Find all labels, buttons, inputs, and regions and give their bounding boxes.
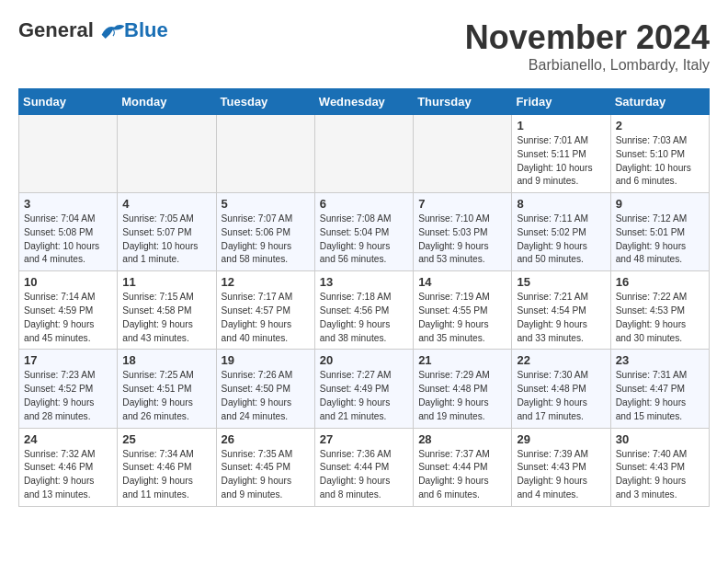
day-detail: Sunrise: 7:25 AM Sunset: 4:51 PM Dayligh… [122,369,210,423]
day-number: 19 [222,353,310,367]
day-number: 23 [616,353,704,367]
weekday-header: Wednesday [314,89,413,115]
day-detail: Sunrise: 7:39 AM Sunset: 4:43 PM Dayligh… [517,448,605,502]
calendar-table: SundayMondayTuesdayWednesdayThursdayFrid… [18,88,710,507]
day-detail: Sunrise: 7:29 AM Sunset: 4:48 PM Dayligh… [418,369,506,423]
calendar-cell: 16Sunrise: 7:22 AM Sunset: 4:53 PM Dayli… [610,271,709,350]
day-number: 26 [222,432,310,446]
calendar-cell: 25Sunrise: 7:34 AM Sunset: 4:46 PM Dayli… [118,428,216,506]
calendar-cell: 29Sunrise: 7:39 AM Sunset: 4:43 PM Dayli… [512,428,610,506]
calendar-cell: 10Sunrise: 7:14 AM Sunset: 4:59 PM Dayli… [19,271,118,350]
day-detail: Sunrise: 7:32 AM Sunset: 4:46 PM Dayligh… [24,448,112,502]
day-detail: Sunrise: 7:34 AM Sunset: 4:46 PM Dayligh… [122,448,210,502]
day-number: 13 [320,275,408,289]
calendar-cell: 4Sunrise: 7:05 AM Sunset: 5:07 PM Daylig… [118,193,216,271]
day-detail: Sunrise: 7:21 AM Sunset: 4:54 PM Dayligh… [517,291,605,345]
day-detail: Sunrise: 7:04 AM Sunset: 5:08 PM Dayligh… [24,213,112,267]
day-number: 1 [517,119,605,132]
calendar-cell: 1Sunrise: 7:01 AM Sunset: 5:11 PM Daylig… [512,115,610,193]
calendar-cell: 27Sunrise: 7:36 AM Sunset: 4:44 PM Dayli… [314,428,413,506]
day-number: 4 [122,197,210,211]
day-detail: Sunrise: 7:35 AM Sunset: 4:45 PM Dayligh… [222,448,310,502]
calendar-cell: 18Sunrise: 7:25 AM Sunset: 4:51 PM Dayli… [118,350,216,428]
calendar-cell [314,115,413,193]
day-number: 21 [418,353,506,367]
day-detail: Sunrise: 7:27 AM Sunset: 4:49 PM Dayligh… [320,369,408,423]
day-number: 28 [418,432,506,446]
day-number: 8 [517,197,605,211]
day-detail: Sunrise: 7:22 AM Sunset: 4:53 PM Dayligh… [616,291,704,345]
weekday-header-row: SundayMondayTuesdayWednesdayThursdayFrid… [19,89,710,115]
calendar-cell [414,115,512,193]
day-number: 24 [24,432,112,446]
day-number: 3 [24,197,112,211]
day-detail: Sunrise: 7:03 AM Sunset: 5:10 PM Dayligh… [616,134,704,189]
calendar-cell: 3Sunrise: 7:04 AM Sunset: 5:08 PM Daylig… [19,193,118,271]
day-detail: Sunrise: 7:14 AM Sunset: 4:59 PM Dayligh… [24,291,112,345]
calendar-cell: 5Sunrise: 7:07 AM Sunset: 5:06 PM Daylig… [216,193,314,271]
calendar-cell: 7Sunrise: 7:10 AM Sunset: 5:03 PM Daylig… [414,193,512,271]
day-detail: Sunrise: 7:12 AM Sunset: 5:01 PM Dayligh… [616,213,704,267]
day-number: 9 [616,197,704,211]
calendar-cell [118,115,216,193]
day-number: 11 [122,275,210,289]
day-detail: Sunrise: 7:05 AM Sunset: 5:07 PM Dayligh… [122,213,210,267]
day-detail: Sunrise: 7:17 AM Sunset: 4:57 PM Dayligh… [222,291,310,345]
day-number: 14 [418,275,506,289]
day-number: 25 [122,432,210,446]
day-number: 5 [222,197,310,211]
day-number: 20 [320,353,408,367]
day-number: 6 [320,197,408,211]
calendar-cell: 26Sunrise: 7:35 AM Sunset: 4:45 PM Dayli… [216,428,314,506]
weekday-header: Tuesday [216,89,314,115]
calendar-cell: 28Sunrise: 7:37 AM Sunset: 4:44 PM Dayli… [414,428,512,506]
weekday-header: Sunday [19,89,118,115]
day-number: 7 [418,197,506,211]
day-detail: Sunrise: 7:40 AM Sunset: 4:43 PM Dayligh… [616,448,704,502]
calendar-cell: 23Sunrise: 7:31 AM Sunset: 4:47 PM Dayli… [610,350,709,428]
calendar-cell: 11Sunrise: 7:15 AM Sunset: 4:58 PM Dayli… [118,271,216,350]
day-detail: Sunrise: 7:11 AM Sunset: 5:02 PM Dayligh… [517,213,605,267]
weekday-header: Thursday [414,89,512,115]
month-title: November 2024 [465,18,710,57]
day-number: 18 [122,353,210,367]
title-area: November 2024 Barbianello, Lombardy, Ita… [465,18,710,74]
logo: General Blue [18,18,168,42]
calendar-cell [216,115,314,193]
calendar-cell: 22Sunrise: 7:30 AM Sunset: 4:48 PM Dayli… [512,350,610,428]
day-detail: Sunrise: 7:18 AM Sunset: 4:56 PM Dayligh… [320,291,408,345]
header: General Blue November 2024 Barbianello, … [18,18,710,74]
day-detail: Sunrise: 7:31 AM Sunset: 4:47 PM Dayligh… [616,369,704,423]
calendar-cell: 21Sunrise: 7:29 AM Sunset: 4:48 PM Dayli… [414,350,512,428]
logo-blue: Blue [124,18,168,42]
day-number: 2 [616,119,704,132]
calendar-cell: 14Sunrise: 7:19 AM Sunset: 4:55 PM Dayli… [414,271,512,350]
day-number: 22 [517,353,605,367]
calendar-cell: 24Sunrise: 7:32 AM Sunset: 4:46 PM Dayli… [19,428,118,506]
calendar-cell: 8Sunrise: 7:11 AM Sunset: 5:02 PM Daylig… [512,193,610,271]
calendar-cell [19,115,118,193]
logo-general: General [18,18,94,41]
calendar-cell: 12Sunrise: 7:17 AM Sunset: 4:57 PM Dayli… [216,271,314,350]
calendar-cell: 9Sunrise: 7:12 AM Sunset: 5:01 PM Daylig… [610,193,709,271]
calendar-cell: 6Sunrise: 7:08 AM Sunset: 5:04 PM Daylig… [314,193,413,271]
day-number: 12 [222,275,310,289]
day-number: 30 [616,432,704,446]
day-detail: Sunrise: 7:23 AM Sunset: 4:52 PM Dayligh… [24,369,112,423]
calendar-cell: 19Sunrise: 7:26 AM Sunset: 4:50 PM Dayli… [216,350,314,428]
day-detail: Sunrise: 7:19 AM Sunset: 4:55 PM Dayligh… [418,291,506,345]
logo-bird-icon [100,22,126,42]
day-number: 15 [517,275,605,289]
calendar-cell: 2Sunrise: 7:03 AM Sunset: 5:10 PM Daylig… [610,115,709,193]
day-number: 27 [320,432,408,446]
calendar-cell: 13Sunrise: 7:18 AM Sunset: 4:56 PM Dayli… [314,271,413,350]
day-detail: Sunrise: 7:26 AM Sunset: 4:50 PM Dayligh… [222,369,310,423]
day-detail: Sunrise: 7:08 AM Sunset: 5:04 PM Dayligh… [320,213,408,267]
weekday-header: Friday [512,89,610,115]
day-number: 10 [24,275,112,289]
day-number: 17 [24,353,112,367]
day-number: 16 [616,275,704,289]
weekday-header: Monday [118,89,216,115]
weekday-header: Saturday [610,89,709,115]
day-number: 29 [517,432,605,446]
